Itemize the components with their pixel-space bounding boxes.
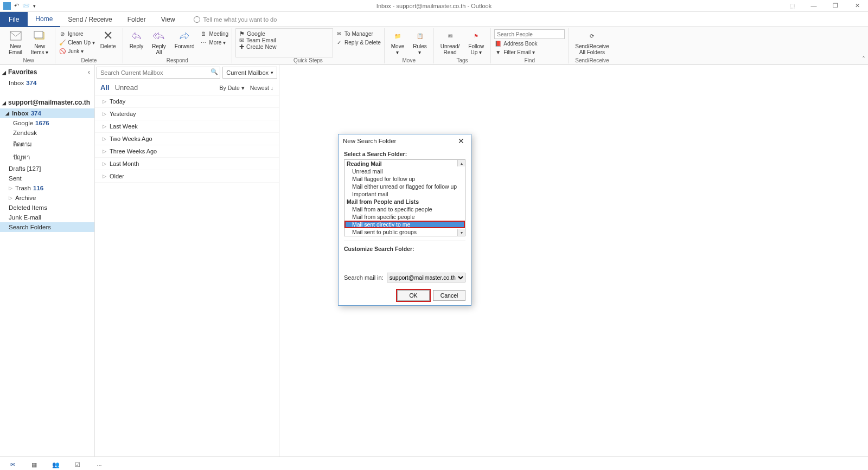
- modal-overlay: New Search Folder ✕ Select a Search Fold…: [0, 0, 868, 470]
- search-mail-in-label: Search mail in:: [344, 274, 384, 281]
- opt-important-mail[interactable]: Important mail: [344, 190, 465, 198]
- new-search-folder-dialog: New Search Folder ✕ Select a Search Fold…: [338, 134, 471, 306]
- cancel-button[interactable]: Cancel: [433, 290, 465, 301]
- opt-from-specific[interactable]: Mail from specific people: [344, 213, 465, 221]
- scroll-down-button[interactable]: ▾: [457, 229, 465, 236]
- list-cat-people-lists: Mail from People and Lists: [344, 198, 465, 205]
- search-mail-in-row: Search mail in: support@mailmaster.co.th: [344, 273, 465, 282]
- ok-button[interactable]: OK: [397, 290, 430, 301]
- dialog-titlebar: New Search Folder ✕: [339, 134, 471, 147]
- opt-sent-public-groups[interactable]: Mail sent to public groups: [344, 228, 465, 236]
- opt-flagged-followup[interactable]: Mail flagged for follow up: [344, 175, 465, 183]
- opt-from-to-specific[interactable]: Mail from and to specific people: [344, 205, 465, 213]
- opt-unread-or-flagged[interactable]: Mail either unread or flagged for follow…: [344, 183, 465, 190]
- opt-sent-directly-to-me[interactable]: Mail sent directly to me: [344, 221, 465, 228]
- search-mail-in-select[interactable]: support@mailmaster.co.th: [387, 273, 465, 282]
- list-cat-reading-mail: Reading Mail: [344, 160, 465, 168]
- search-folder-list[interactable]: Reading Mail Unread mail Mail flagged fo…: [344, 160, 465, 236]
- select-folder-label: Select a Search Folder:: [344, 151, 407, 157]
- search-folder-list-wrap: ▴ Reading Mail Unread mail Mail flagged …: [344, 159, 465, 236]
- dialog-close-button[interactable]: ✕: [456, 137, 467, 145]
- dialog-title: New Search Folder: [343, 138, 396, 144]
- customize-label: Customize Search Folder:: [344, 246, 414, 252]
- scroll-up-button[interactable]: ▴: [457, 160, 465, 166]
- opt-unread-mail[interactable]: Unread mail: [344, 168, 465, 175]
